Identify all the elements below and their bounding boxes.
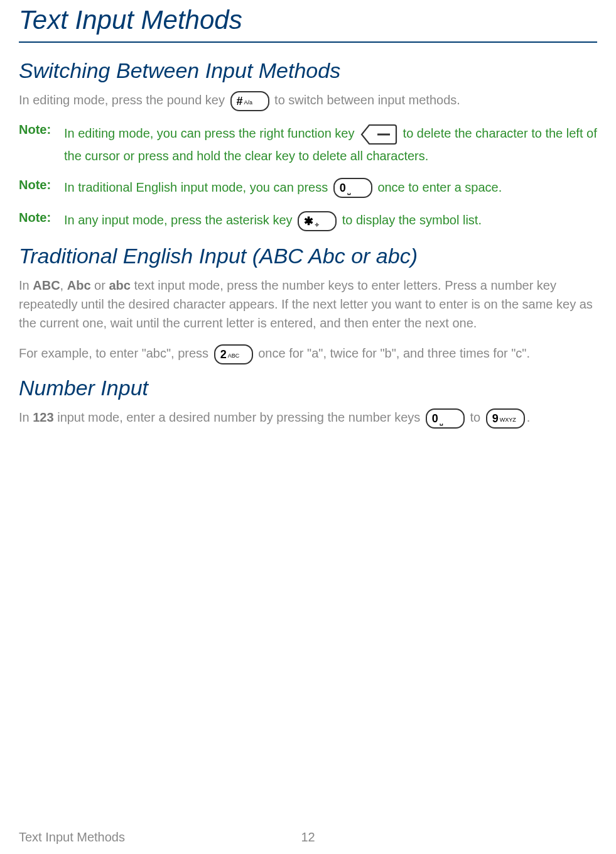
key-main-label: 9 xyxy=(492,412,499,425)
text-segment: input mode, enter a desired number by pr… xyxy=(54,410,424,424)
footer-title: Text Input Methods xyxy=(19,830,125,845)
text-segment: In editing mode, press the pound key xyxy=(19,93,229,107)
key-main-label: 0 xyxy=(432,412,438,425)
key-sub-label: WXYZ xyxy=(500,417,516,423)
bold-text: abc xyxy=(109,278,130,292)
zero-key-icon: 0␣ xyxy=(333,178,372,198)
key-main-label: 2 xyxy=(220,348,227,361)
traditional-para2: For example, to enter "abc", press 2ABC … xyxy=(19,344,597,364)
page-footer: Text Input Methods 12 xyxy=(19,830,597,845)
note-2: Note: In traditional English input mode,… xyxy=(19,178,597,199)
two-key-icon: 2ABC xyxy=(214,344,253,364)
key-main-label: # xyxy=(237,95,243,107)
text-segment: once for "a", twice for "b", and three t… xyxy=(258,346,530,360)
bold-text: Abc xyxy=(67,278,91,292)
note-3: Note: In any input mode, press the aster… xyxy=(19,211,597,231)
key-sub-label: ␣ xyxy=(440,419,443,425)
key-sub-label: ABC xyxy=(228,353,240,359)
text-segment: to xyxy=(470,410,484,424)
traditional-para1: In ABC, Abc or abc text input mode, pres… xyxy=(19,276,597,332)
text-segment: In xyxy=(19,278,33,292)
asterisk-key-icon: ✱✧ xyxy=(298,211,337,231)
text-segment: In editing mode, you can press the right… xyxy=(64,126,358,140)
note-label: Note: xyxy=(19,211,64,225)
text-segment: . xyxy=(527,410,531,424)
text-segment: In any input mode, press the asterisk ke… xyxy=(64,213,296,227)
bold-text: ABC xyxy=(33,278,60,292)
note-label: Note: xyxy=(19,178,64,192)
pound-key-icon: #A/a xyxy=(230,91,269,111)
text-segment: In xyxy=(19,410,33,424)
delete-key-icon xyxy=(360,123,397,146)
note-label: Note: xyxy=(19,123,64,137)
number-para: In 123 input mode, enter a desired numbe… xyxy=(19,408,597,429)
note-1: Note: In editing mode, you can press the… xyxy=(19,123,597,165)
page-number: 12 xyxy=(301,830,315,845)
key-sub-label: A/a xyxy=(244,99,253,106)
key-sub-label: ␣ xyxy=(347,189,351,195)
text-segment: to display the symbol list. xyxy=(342,213,482,227)
text-segment: to switch between input methods. xyxy=(274,93,460,107)
text-segment: , xyxy=(60,278,67,292)
section-number-heading: Number Input xyxy=(19,376,597,400)
note-text: In traditional English input mode, you c… xyxy=(64,178,502,199)
text-segment: once to enter a space. xyxy=(377,180,502,194)
section-traditional-heading: Traditional English Input (ABC Abc or ab… xyxy=(19,244,597,268)
note-text: In any input mode, press the asterisk ke… xyxy=(64,211,482,231)
key-main-label: ✱ xyxy=(304,215,313,227)
zero-key-icon: 0␣ xyxy=(426,408,465,429)
key-main-label: 0 xyxy=(340,182,346,194)
nine-key-icon: 9WXYZ xyxy=(486,408,525,429)
text-segment: For example, to enter "abc", press xyxy=(19,346,212,360)
bold-text: 123 xyxy=(33,410,53,424)
text-segment: or xyxy=(91,278,109,292)
note-text: In editing mode, you can press the right… xyxy=(64,123,597,165)
section-switching-heading: Switching Between Input Methods xyxy=(19,58,597,83)
page-title: Text Input Methods xyxy=(19,0,597,43)
text-segment: In traditional English input mode, you c… xyxy=(64,180,332,194)
switching-intro: In editing mode, press the pound key #A/… xyxy=(19,90,597,111)
key-sub-label: ✧ xyxy=(315,222,320,228)
